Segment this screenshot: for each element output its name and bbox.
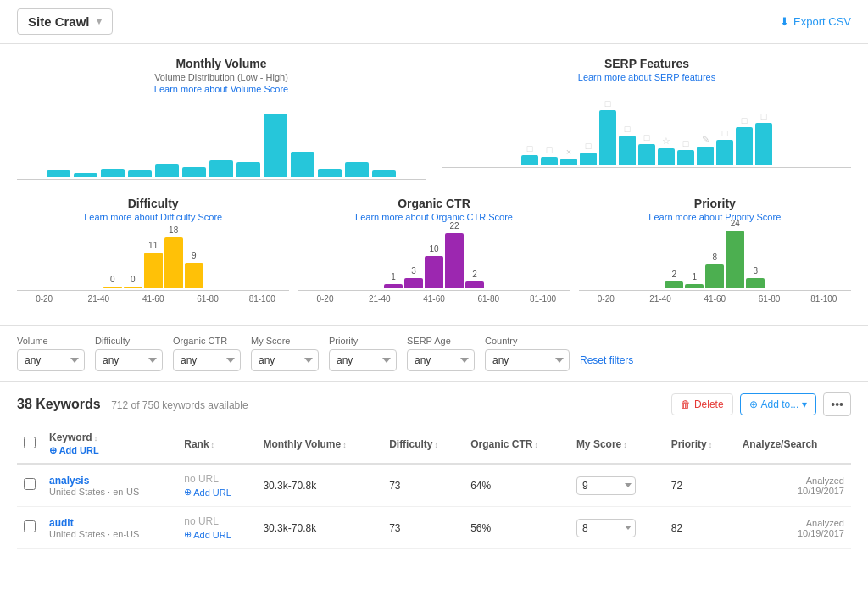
monthly-volume-bar [372,170,396,177]
small-bar: 2 [465,281,484,288]
priority-link[interactable]: Learn more about Priority Score [579,212,851,222]
serp-bar [638,144,655,165]
reset-filters-button[interactable]: Reset filters [580,354,633,371]
monthly-volume-bars [17,101,426,177]
monthly-volume-bar [182,167,206,177]
filter-organic-ctr-select[interactable]: any [173,349,241,371]
bar-count-label: 3 [754,266,759,276]
filter-difficulty-select[interactable]: any [95,349,163,371]
serp-col: □ [541,145,558,165]
dropdown-arrow: ▾ [97,16,102,27]
bar-count-label: 10 [429,244,438,253]
difficulty-title: Difficulty [17,197,289,210]
filter-my-score-select[interactable]: any [251,349,319,371]
top-bar: Site Crawl ▾ ⬇ Export CSV [0,0,868,44]
filter-priority-select[interactable]: any [329,349,397,371]
bar-count-label: 8 [713,253,718,262]
add-url-link[interactable]: ⊕ Add URL [184,487,249,498]
more-options-button[interactable]: ••• [823,392,851,416]
filter-country-select[interactable]: any [485,349,570,371]
serp-link[interactable]: Learn more about SERP features [442,72,851,82]
keyword-name[interactable]: audit [49,517,170,529]
xaxis-label: 61-80 [461,294,515,303]
xaxis-label: 21-40 [353,294,407,303]
filter-volume-select[interactable]: any [17,349,85,371]
row-checkbox[interactable] [24,478,36,490]
row-my-score: 9 [570,464,665,507]
bar-group: 9 [185,263,203,288]
bar-group: 0 [103,287,122,288]
filter-serp-age-label: SERP Age [407,336,475,346]
bar-count-label: 0 [110,275,115,284]
site-crawl-dropdown[interactable]: Site Crawl ▾ [17,8,113,35]
row-priority: 82 [665,507,736,549]
small-bar: 0 [103,287,122,288]
export-csv-button[interactable]: ⬇ Export CSV [780,15,851,28]
serp-feature-icon: □ [644,132,650,142]
bar-count-label: 2 [672,270,677,279]
col-rank: Rank↕ [177,425,256,464]
small-bar: 22 [445,233,464,288]
col-keyword: Keyword↕ ⊕ Add URL [42,425,177,464]
serp-bar [580,153,597,165]
add-url-link[interactable]: ⊕ Add URL [184,529,249,540]
select-all-checkbox[interactable] [24,437,36,448]
row-monthly-volume: 30.3k-70.8k [256,507,382,549]
serp-col: □ [638,132,655,165]
xaxis-label: 21-40 [633,294,687,303]
xaxis-label: 81-100 [235,294,289,303]
serp-feature-icon: □ [722,128,728,138]
my-score-select[interactable]: 8 [576,519,636,537]
filter-serp-age-select[interactable]: any [407,349,475,371]
row-rank-cell: no URL ⊕ Add URL [177,464,256,507]
organic-ctr-link[interactable]: Learn more about Organic CTR Score [298,212,570,222]
bar-count-label: 1 [391,272,396,281]
organic-ctr-chart: Organic CTR Learn more about Organic CTR… [298,197,570,303]
serp-col: × [560,147,577,165]
row-organic-ctr: 56% [464,507,570,549]
row-keyword-cell: audit United States · en-US [42,507,177,549]
add-url-header[interactable]: ⊕ Add URL [49,445,170,456]
serp-bar [619,136,636,165]
difficulty-chart: Difficulty Learn more about Difficulty S… [17,197,289,303]
trash-icon: 🗑 [681,398,691,410]
serp-bar [599,110,616,165]
serp-bar [697,147,714,165]
monthly-volume-bar [155,164,179,177]
more-icon: ••• [831,398,843,411]
monthly-volume-link[interactable]: Learn more about Volume Score [17,84,426,94]
serp-feature-icon: □ [761,111,767,121]
xaxis-label: 81-100 [515,294,570,303]
row-checkbox[interactable] [24,520,36,532]
keywords-actions: 🗑 Delete ⊕ Add to... ▾ ••• [671,392,851,416]
difficulty-link[interactable]: Learn more about Difficulty Score [17,212,289,222]
monthly-volume-bar [47,170,70,177]
my-score-select[interactable]: 9 [576,476,636,495]
monthly-volume-subtitle: Volume Distribution (Low - High) [17,72,426,82]
serp-bar [677,150,694,165]
bar-group: 10 [425,256,443,288]
filter-priority: Priority any [329,336,397,371]
xaxis-label: 0-20 [579,294,633,303]
add-to-button[interactable]: ⊕ Add to... ▾ [740,393,817,415]
small-bar: 9 [185,263,203,288]
serp-bar [716,140,733,165]
keyword-name[interactable]: analysis [49,475,170,487]
select-all-header [17,425,42,464]
organic-ctr-bars: 1310222 [298,229,570,288]
bar-group: 3 [404,278,423,288]
add-to-label: Add to... [761,398,799,410]
serp-bar [658,148,675,165]
monthly-volume-bar [264,114,287,177]
priority-bars: 218243 [579,229,851,288]
row-analyze: Analyzed10/19/2017 [736,464,851,507]
row-difficulty: 73 [382,507,464,549]
small-bar: 10 [425,256,443,288]
bar-group: 1 [384,284,403,288]
serp-feature-icon: □ [605,98,611,109]
delete-button[interactable]: 🗑 Delete [671,393,733,415]
serp-bar [541,157,558,165]
xaxis-label: 0-20 [298,294,352,303]
site-crawl-title: Site Crawl [28,14,90,29]
serp-feature-icon: □ [683,138,689,148]
